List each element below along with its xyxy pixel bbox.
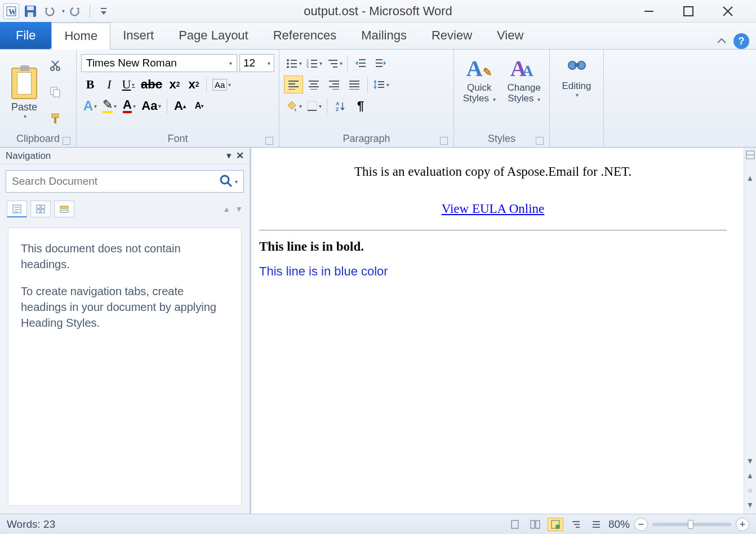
print-layout-view-icon[interactable] <box>507 518 523 531</box>
tab-insert[interactable]: Insert <box>110 22 166 49</box>
redo-icon[interactable] <box>68 3 84 19</box>
qat-customize-icon[interactable] <box>96 3 112 19</box>
web-layout-view-icon[interactable] <box>548 518 563 531</box>
bullets-button[interactable]: ▾ <box>284 54 303 72</box>
tab-file[interactable]: File <box>0 22 51 49</box>
font-color-button[interactable]: A▾ <box>120 97 138 115</box>
tab-view[interactable]: View <box>484 22 536 49</box>
scroll-down-icon[interactable]: ▼ <box>746 456 754 465</box>
navigation-view-tabs: ▲ ▼ <box>7 201 243 217</box>
underline-button[interactable]: U▾ <box>119 75 137 94</box>
superscript-button[interactable]: x2 <box>185 75 203 94</box>
numbering-button[interactable]: 123▾ <box>304 54 323 72</box>
svg-text:3: 3 <box>306 65 309 68</box>
align-center-button[interactable] <box>304 75 323 94</box>
search-input[interactable] <box>12 175 219 188</box>
change-styles-button[interactable]: AA Change Styles ▾ <box>504 55 545 132</box>
help-icon[interactable]: ? <box>733 33 749 49</box>
strikethrough-button[interactable]: abc <box>139 75 164 94</box>
zoom-level[interactable]: 80% <box>608 518 630 531</box>
maximize-button[interactable] <box>677 3 700 20</box>
shading-button[interactable]: ▾ <box>284 97 303 115</box>
tab-page-layout[interactable]: Page Layout <box>166 22 261 49</box>
font-dialog-launcher[interactable] <box>265 137 273 145</box>
zoom-slider-thumb[interactable] <box>688 520 693 529</box>
tab-review[interactable]: Review <box>419 22 484 49</box>
tab-home[interactable]: Home <box>51 23 110 50</box>
shrink-font-button[interactable]: A▾ <box>190 97 208 115</box>
word-count[interactable]: Words: 23 <box>7 518 55 531</box>
outline-view-icon[interactable] <box>568 518 584 531</box>
editing-dropdown-icon[interactable]: ▾ <box>576 92 579 98</box>
highlight-button[interactable]: ✎▾ <box>100 97 119 115</box>
decrease-indent-button[interactable] <box>351 54 370 72</box>
navigation-dropdown-icon[interactable]: ▾ <box>226 150 232 162</box>
word-app-icon[interactable]: W <box>3 3 19 19</box>
multilevel-list-button[interactable]: ▾ <box>324 54 344 72</box>
title-bar: W ▾ output.ost - Microsoft Word <box>0 0 756 23</box>
font-size-value: 12 <box>243 57 255 69</box>
font-name-combo[interactable]: Times New Roman▾ <box>81 54 237 72</box>
find-icon[interactable] <box>567 59 587 75</box>
undo-dropdown-icon[interactable]: ▾ <box>62 8 65 14</box>
text-effects-button[interactable]: A▾ <box>81 97 99 115</box>
tab-mailings[interactable]: Mailings <box>349 22 419 49</box>
nav-next-icon[interactable]: ▼ <box>235 204 243 213</box>
align-right-button[interactable] <box>324 75 344 94</box>
nav-tab-pages[interactable] <box>30 201 51 217</box>
quick-styles-icon: A✎ <box>466 55 492 82</box>
paste-button[interactable]: Paste ▾ <box>5 52 44 132</box>
document-content[interactable]: This is an evaluation copy of Aspose.Ema… <box>251 148 744 514</box>
svg-rect-16 <box>52 114 59 118</box>
cut-icon[interactable] <box>47 57 63 73</box>
browse-object-icon[interactable]: ○ <box>748 486 752 495</box>
copy-icon[interactable] <box>47 84 63 100</box>
zoom-slider[interactable] <box>652 523 731 526</box>
prev-page-icon[interactable]: ▲ <box>746 471 754 480</box>
subscript-button[interactable]: x2 <box>166 75 184 94</box>
vertical-scrollbar[interactable]: ▲ ▼ ▲ ○ ▼ <box>744 148 756 514</box>
draft-view-icon[interactable] <box>588 518 604 531</box>
borders-button[interactable]: ▾ <box>304 97 323 115</box>
sort-button[interactable]: AZ <box>331 97 350 115</box>
nav-prev-icon[interactable]: ▲ <box>223 204 230 213</box>
paste-dropdown-icon[interactable]: ▾ <box>24 113 26 119</box>
save-icon[interactable] <box>23 3 38 19</box>
styles-dialog-launcher[interactable] <box>536 137 544 145</box>
scroll-up-icon[interactable]: ▲ <box>746 173 754 183</box>
minimize-ribbon-icon[interactable] <box>715 36 728 46</box>
tab-references[interactable]: References <box>261 22 349 49</box>
minimize-button[interactable] <box>638 3 660 20</box>
bold-button[interactable]: B <box>81 75 99 94</box>
clipboard-dialog-launcher[interactable] <box>63 137 70 145</box>
undo-icon[interactable] <box>42 3 57 19</box>
eula-link[interactable]: View EULA Online <box>442 202 545 216</box>
nav-tab-headings[interactable] <box>7 201 27 217</box>
quick-styles-button[interactable]: A✎ Quick Styles ▾ <box>459 55 500 132</box>
nav-tab-results[interactable] <box>54 201 74 217</box>
show-hide-button[interactable]: ¶ <box>351 97 370 115</box>
increase-indent-button[interactable] <box>371 54 390 72</box>
paragraph-dialog-launcher[interactable] <box>440 137 448 145</box>
svg-rect-80 <box>531 520 535 528</box>
grow-font-button[interactable]: A▴ <box>171 97 189 115</box>
zoom-out-button[interactable]: − <box>634 518 648 531</box>
full-screen-reading-view-icon[interactable] <box>527 518 543 531</box>
search-dropdown-icon[interactable]: ▾ <box>235 179 238 185</box>
split-icon[interactable] <box>745 150 755 160</box>
italic-button[interactable]: I <box>100 75 118 94</box>
close-button[interactable] <box>717 3 739 20</box>
navigation-close-icon[interactable]: ✕ <box>236 150 244 162</box>
justify-button[interactable] <box>345 75 364 94</box>
zoom-in-button[interactable]: + <box>736 518 749 531</box>
next-page-icon[interactable]: ▼ <box>746 500 754 509</box>
align-left-button[interactable] <box>284 75 303 94</box>
line-spacing-button[interactable]: ▾ <box>371 75 390 94</box>
search-icon[interactable] <box>219 174 234 189</box>
navigation-search[interactable]: ▾ <box>6 170 244 193</box>
change-case-button[interactable]: Aa▾ <box>210 75 233 94</box>
character-scaling-button[interactable]: Aa▾ <box>139 97 163 115</box>
format-painter-icon[interactable] <box>47 110 63 126</box>
font-name-value: Times New Roman <box>86 57 177 69</box>
font-size-combo[interactable]: 12▾ <box>239 54 274 72</box>
